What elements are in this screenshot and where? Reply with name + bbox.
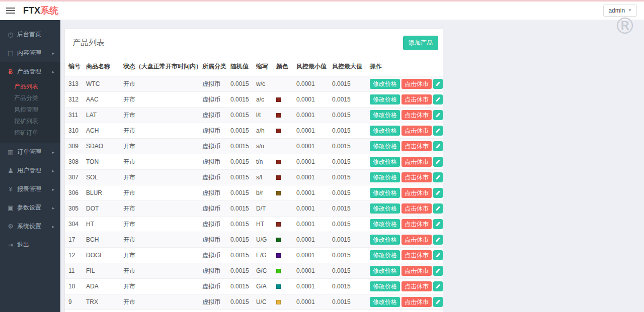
edit-button[interactable] bbox=[433, 157, 443, 167]
edit-price-button[interactable]: 修改价格 bbox=[370, 157, 400, 167]
sidebar-item-product[interactable]: Ƀ产品管理▸ bbox=[0, 62, 60, 81]
sidebar-item-params[interactable]: ▣参数设置▸ bbox=[0, 198, 60, 217]
edit-price-button[interactable]: 修改价格 bbox=[370, 94, 400, 105]
sidebar-item-mining-orders[interactable]: 挖矿订单 bbox=[0, 127, 60, 139]
order-icon: ▥ bbox=[7, 148, 15, 156]
sidebar-item-label: 系统设置 bbox=[17, 222, 41, 231]
table-row: 305DOT开市虚拟币0.0015D/T0.00010.0015修改价格点击休市 bbox=[65, 201, 443, 217]
toggle-market-button[interactable]: 点击休市 bbox=[401, 203, 432, 214]
cell-id: 5 bbox=[65, 310, 84, 312]
cell-actions: 修改价格点击休市 bbox=[368, 294, 443, 310]
toggle-market-button[interactable]: 点击休市 bbox=[401, 110, 432, 120]
table-row: 304HT开市虚拟币0.0015HT0.00010.0015修改价格点击休市 bbox=[65, 217, 443, 232]
toggle-market-button[interactable]: 点击休市 bbox=[401, 126, 432, 136]
edit-button[interactable] bbox=[433, 79, 443, 89]
sidebar-block-content: ▤内容管理▸ bbox=[0, 44, 60, 62]
edit-price-button[interactable]: 修改价格 bbox=[370, 172, 400, 182]
edit-button[interactable] bbox=[433, 266, 443, 276]
hamburger-menu-icon[interactable] bbox=[6, 8, 15, 14]
edit-price-button[interactable]: 修改价格 bbox=[370, 126, 400, 136]
color-swatch bbox=[276, 300, 281, 304]
toggle-market-button[interactable]: 点击休市 bbox=[401, 172, 432, 182]
edit-button[interactable] bbox=[433, 203, 443, 214]
cell-abbr: U/G bbox=[254, 232, 274, 248]
edit-button[interactable] bbox=[433, 126, 443, 136]
toggle-market-button[interactable]: 点击休市 bbox=[401, 266, 432, 276]
sidebar-item-product-list[interactable]: 产品列表 bbox=[0, 81, 60, 92]
edit-button[interactable] bbox=[433, 250, 443, 260]
cell-status: 开市 bbox=[121, 232, 200, 248]
cell-random: 0.0015 bbox=[228, 232, 254, 248]
edit-price-button[interactable]: 修改价格 bbox=[370, 281, 400, 291]
edit-price-button[interactable]: 修改价格 bbox=[370, 297, 400, 307]
edit-price-button[interactable]: 修改价格 bbox=[370, 188, 400, 198]
toggle-market-button[interactable]: 点击休市 bbox=[401, 141, 432, 151]
cell-random: 0.0015 bbox=[228, 76, 254, 92]
cell-actions: 修改价格点击休市 bbox=[368, 263, 443, 279]
cell-name: AAC bbox=[84, 92, 121, 108]
edit-price-button[interactable]: 修改价格 bbox=[370, 235, 400, 245]
edit-button[interactable] bbox=[433, 235, 443, 245]
toggle-market-button[interactable]: 点击休市 bbox=[401, 79, 432, 89]
sidebar-item-report[interactable]: ¥报表管理▸ bbox=[0, 180, 60, 198]
product-list-card: 产品列表 添加产品 编号商品名称状态（大盘正常开市时间内）所属分类随机值缩写颜色… bbox=[64, 28, 443, 312]
edit-button[interactable] bbox=[433, 297, 443, 307]
edit-button[interactable] bbox=[433, 110, 443, 120]
toggle-market-button[interactable]: 点击休市 bbox=[401, 94, 432, 105]
pencil-icon bbox=[436, 284, 440, 288]
cell-id: 11 bbox=[65, 263, 84, 279]
edit-button[interactable] bbox=[433, 281, 443, 291]
sidebar-item-logout[interactable]: ⇥退出 bbox=[0, 236, 60, 254]
cell-name: SDAO bbox=[84, 139, 121, 154]
cell-risk-max: 0.0015 bbox=[330, 108, 368, 123]
add-product-button[interactable]: 添加产品 bbox=[403, 36, 438, 50]
edit-price-button[interactable]: 修改价格 bbox=[370, 110, 400, 120]
cell-risk-max: 0.0015 bbox=[330, 232, 368, 248]
edit-price-button[interactable]: 修改价格 bbox=[370, 266, 400, 276]
cell-random: 0.0015 bbox=[228, 92, 254, 108]
edit-price-button[interactable]: 修改价格 bbox=[370, 141, 400, 151]
toggle-market-button[interactable]: 点击休市 bbox=[401, 188, 432, 198]
toggle-market-button[interactable]: 点击休市 bbox=[401, 281, 432, 291]
edit-button[interactable] bbox=[433, 141, 443, 151]
edit-button[interactable] bbox=[433, 219, 443, 229]
sidebar-item-risk-manage[interactable]: 风控管理 bbox=[0, 104, 60, 116]
sidebar-item-order[interactable]: ▥订单管理▸ bbox=[0, 143, 60, 161]
sidebar-item-content[interactable]: ▤内容管理▸ bbox=[0, 44, 60, 62]
chevron-right-icon: ▸ bbox=[52, 224, 54, 229]
cell-risk-max: 0.0015 bbox=[330, 76, 368, 92]
sidebar-item-system[interactable]: ⚙系统设置▸ bbox=[0, 217, 60, 236]
cell-risk-min: 0.0001 bbox=[294, 201, 330, 217]
edit-price-button[interactable]: 修改价格 bbox=[370, 219, 400, 229]
edit-button[interactable] bbox=[433, 94, 443, 105]
cell-risk-min: 0.0001 bbox=[294, 248, 330, 263]
color-swatch bbox=[276, 253, 281, 258]
pencil-icon bbox=[436, 81, 440, 86]
cell-name: BCH bbox=[84, 232, 121, 248]
edit-price-button[interactable]: 修改价格 bbox=[370, 79, 400, 89]
cell-id: 311 bbox=[65, 108, 84, 123]
cell-category: 虚拟币 bbox=[200, 310, 228, 312]
sidebar-item-mining-list[interactable]: 挖矿列表 bbox=[0, 116, 60, 127]
cell-risk-max: 0.0015 bbox=[330, 185, 368, 201]
sidebar-block-params: ▣参数设置▸ bbox=[0, 198, 60, 217]
edit-button[interactable] bbox=[433, 188, 443, 198]
pencil-icon bbox=[436, 299, 440, 304]
edit-price-button[interactable]: 修改价格 bbox=[370, 250, 400, 260]
sidebar-block-system: ⚙系统设置▸ bbox=[0, 217, 60, 236]
edit-button[interactable] bbox=[433, 172, 443, 182]
cell-status: 开市 bbox=[121, 279, 200, 294]
cell-random: 0.0015 bbox=[228, 139, 254, 154]
cell-category: 虚拟币 bbox=[200, 232, 228, 248]
cell-category: 虚拟币 bbox=[200, 294, 228, 310]
sidebar-item-user[interactable]: ♟用户管理▸ bbox=[0, 161, 60, 180]
sidebar-item-label: 产品管理 bbox=[17, 67, 41, 76]
toggle-market-button[interactable]: 点击休市 bbox=[401, 297, 432, 307]
toggle-market-button[interactable]: 点击休市 bbox=[401, 250, 432, 260]
sidebar-item-product-category[interactable]: 产品分类 bbox=[0, 92, 60, 104]
sidebar-item-home[interactable]: ◷后台首页 bbox=[0, 25, 60, 44]
toggle-market-button[interactable]: 点击休市 bbox=[401, 219, 432, 229]
toggle-market-button[interactable]: 点击休市 bbox=[401, 157, 432, 167]
edit-price-button[interactable]: 修改价格 bbox=[370, 203, 400, 214]
toggle-market-button[interactable]: 点击休市 bbox=[401, 235, 432, 245]
